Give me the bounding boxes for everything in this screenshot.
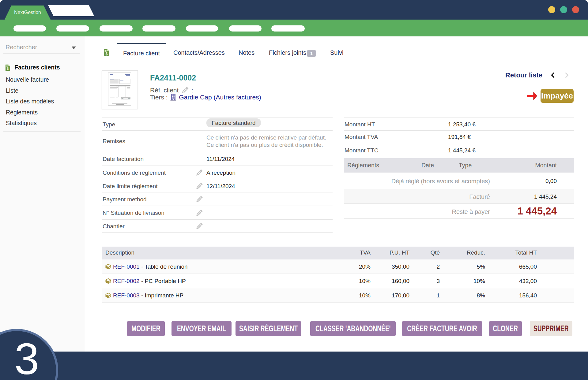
svg-text:$: $ [7, 67, 9, 70]
svg-text:$: $ [105, 52, 107, 56]
